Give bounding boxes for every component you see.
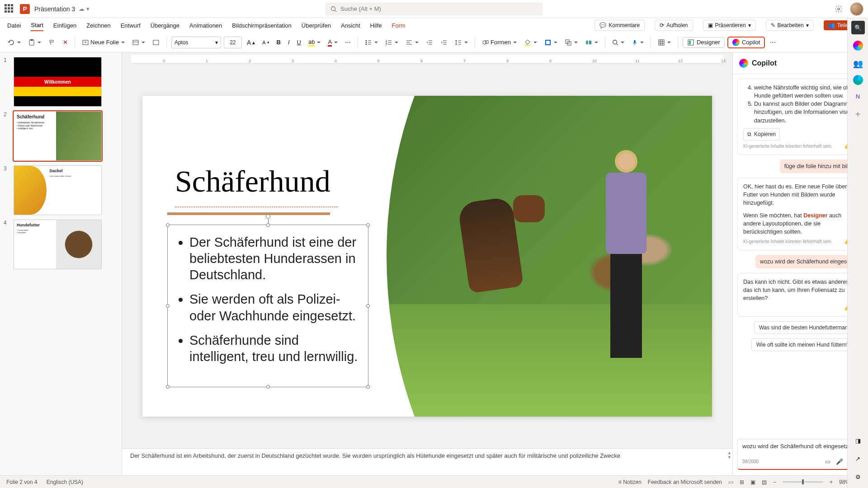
bullet-3[interactable]: Schäferhunde sind intelligent, treu und …: [189, 332, 360, 365]
tab-hilfe[interactable]: Hilfe: [370, 20, 382, 31]
rail-open-icon[interactable]: ↗: [851, 452, 865, 465]
tab-datei[interactable]: Datei: [7, 20, 21, 31]
designer-link[interactable]: Designer: [803, 212, 828, 219]
rail-teams-icon[interactable]: 👥: [851, 57, 865, 70]
search-input[interactable]: Suche (Alt + M): [326, 3, 542, 15]
shapes-button[interactable]: Formen: [480, 38, 519, 47]
normal-view-icon[interactable]: ▭: [728, 479, 733, 485]
settings-icon[interactable]: [835, 5, 843, 13]
suggestion-chip[interactable]: Wie oft sollte ich meinen Hund füttern?: [751, 338, 854, 351]
copilot-input-text[interactable]: wozu wird der Schäferhund oft eingesetzt: [742, 443, 859, 452]
copy-button[interactable]: ⧉ Kopieren: [743, 128, 780, 141]
rail-settings-icon[interactable]: ⚙: [851, 470, 865, 483]
slide-thumb-4[interactable]: Hundefutter• Trockenfutter• Nassfutter: [14, 220, 102, 269]
edit-button[interactable]: ✎ Bearbeiten ▾: [766, 20, 814, 31]
tab-bildschirm[interactable]: Bildschirmpräsentation: [232, 20, 292, 31]
rail-copilot-icon[interactable]: [851, 39, 865, 52]
slide-thumb-1[interactable]: Willkommen: [14, 57, 102, 107]
rotate-handle[interactable]: [266, 214, 270, 219]
bullet-2[interactable]: Sie werden oft als Polizei- oder Wachhun…: [189, 291, 360, 324]
catchup-button[interactable]: ⟳ Aufholen: [655, 20, 693, 31]
more-font-button[interactable]: ⋯: [343, 38, 353, 47]
attach-icon[interactable]: ▭: [825, 458, 830, 465]
resize-handle[interactable]: [266, 385, 270, 389]
shape-fill-button[interactable]: [522, 38, 539, 47]
slide-thumb-2[interactable]: Schäferhund• beliebtesten Hunderassen• P…: [14, 111, 102, 161]
bullets-button[interactable]: [363, 38, 380, 47]
rail-notes-icon[interactable]: N: [851, 89, 865, 103]
tab-zeichnen[interactable]: Zeichnen: [86, 20, 110, 31]
tab-start[interactable]: Start: [31, 20, 43, 31]
slide-thumb-3[interactable]: DackelLorem ipsum dolor sit amet: [14, 165, 102, 215]
app-launcher-icon[interactable]: [5, 4, 14, 14]
rail-add-icon[interactable]: +: [851, 108, 865, 121]
indent-increase-button[interactable]: [438, 38, 450, 47]
document-title[interactable]: Präsentation 3: [34, 5, 75, 13]
designer-button[interactable]: Designer: [683, 37, 725, 48]
highlight-button[interactable]: ab: [306, 37, 323, 48]
align-button[interactable]: [403, 38, 421, 47]
content-textbox[interactable]: Der Schäferhund ist eine der beliebteste…: [167, 225, 368, 387]
present-button[interactable]: ▣ Präsentieren ▾: [703, 20, 756, 31]
reading-view-icon[interactable]: ▣: [750, 479, 755, 485]
notes-toggle[interactable]: ≡ Notizen: [618, 479, 642, 485]
font-select[interactable]: Aptos▾: [171, 37, 221, 48]
feedback-link[interactable]: Feedback an Microsoft senden: [648, 479, 722, 485]
copilot-button[interactable]: Copilot: [727, 37, 765, 48]
resize-handle[interactable]: [266, 223, 270, 227]
resize-handle[interactable]: [366, 304, 370, 308]
zoom-slider[interactable]: [783, 481, 823, 483]
indent-decrease-button[interactable]: [424, 38, 435, 47]
mic-icon[interactable]: 🎤: [836, 458, 843, 465]
more-ribbon-button[interactable]: ⋯: [768, 38, 778, 47]
font-color-button[interactable]: A: [326, 37, 340, 48]
tab-animationen[interactable]: Animationen: [189, 20, 222, 31]
line-spacing-button[interactable]: [453, 38, 470, 47]
underline-button[interactable]: U: [295, 38, 303, 47]
resize-handle[interactable]: [366, 385, 370, 389]
tab-einfugen[interactable]: Einfügen: [53, 20, 76, 31]
rail-panel-icon[interactable]: ◨: [851, 434, 865, 447]
reset-button[interactable]: [150, 38, 162, 47]
rail-search-icon[interactable]: 🔍: [851, 21, 865, 34]
resize-handle[interactable]: [166, 385, 170, 389]
user-avatar[interactable]: [850, 2, 863, 16]
shape-outline-button[interactable]: [542, 38, 560, 47]
decrease-font-button[interactable]: A▾: [260, 38, 271, 47]
tab-form[interactable]: Form: [392, 20, 406, 31]
tab-ubergange[interactable]: Übergänge: [151, 20, 179, 31]
new-slide-button[interactable]: +Neue Folie: [80, 38, 127, 47]
bullet-1[interactable]: Der Schäferhund ist eine der beliebteste…: [189, 234, 360, 283]
tab-uberprufen[interactable]: Überprüfen: [302, 20, 331, 31]
layout-button[interactable]: [130, 38, 147, 47]
resize-handle[interactable]: [166, 223, 170, 227]
quick-styles-button[interactable]: [583, 38, 600, 47]
language-indicator[interactable]: Englisch (USA): [47, 479, 83, 485]
dictate-button[interactable]: [629, 38, 646, 47]
resize-handle[interactable]: [166, 304, 170, 308]
arrange-button[interactable]: [562, 38, 580, 47]
undo-button[interactable]: [5, 38, 23, 47]
comments-button[interactable]: 💬 Kommentare: [594, 20, 645, 31]
find-button[interactable]: [610, 38, 627, 47]
increase-font-button[interactable]: A▴: [245, 38, 257, 47]
tab-entwurf[interactable]: Entwurf: [121, 20, 141, 31]
zoom-in-button[interactable]: +: [830, 479, 833, 485]
bold-button[interactable]: B: [274, 38, 283, 47]
slide-title[interactable]: Schäferhund: [175, 164, 330, 199]
slide-indicator[interactable]: Folie 2 von 4: [6, 479, 38, 485]
italic-button[interactable]: I: [286, 38, 292, 47]
zoom-out-button[interactable]: −: [773, 479, 776, 485]
slide-canvas[interactable]: Schäferhund Der Schäferhund ist eine der…: [142, 96, 712, 417]
paste-button[interactable]: [26, 38, 43, 47]
resize-handle[interactable]: [366, 223, 370, 227]
delete-button[interactable]: ✕: [61, 38, 70, 47]
rail-edge-icon[interactable]: [853, 75, 863, 85]
notes-pane[interactable]: Der Schäferhund ist ein Arbeitshund, der…: [122, 448, 732, 475]
notes-scroll[interactable]: ▲▼: [727, 450, 731, 460]
sorter-view-icon[interactable]: ⊞: [740, 479, 744, 485]
numbering-button[interactable]: 123: [383, 38, 401, 47]
table-button[interactable]: [656, 38, 673, 47]
slideshow-view-icon[interactable]: ▤: [762, 479, 767, 485]
tab-ansicht[interactable]: Ansicht: [341, 20, 360, 31]
